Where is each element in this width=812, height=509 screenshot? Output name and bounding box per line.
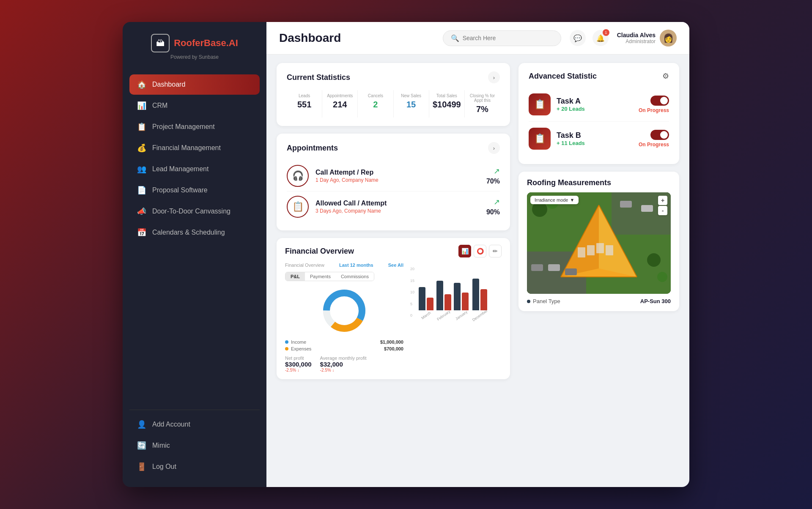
stats-row: Leads 551 Appointments 214 Cancels 2 N: [287, 90, 500, 118]
task-a-status: On Progress: [639, 107, 669, 113]
svg-rect-22: [548, 264, 560, 271]
task-a-info: Task A + 20 Leads: [557, 97, 633, 112]
sidebar-item-door-to-door[interactable]: 📣 Door-To-Door Canvassing: [129, 201, 260, 222]
user-info[interactable]: Claudia Alves Administrator 👩: [617, 30, 677, 47]
stat-value: 2: [359, 100, 391, 109]
task-a-leads: + 20 Leads: [557, 106, 633, 112]
current-statistics-card: Current Statistics › Leads 551 Appointme…: [277, 63, 510, 126]
tab-payments[interactable]: Payments: [305, 272, 336, 281]
sidebar-item-label: Proposal Software: [152, 186, 208, 194]
appt-percent: 70%: [486, 178, 500, 185]
sidebar-item-lead-management[interactable]: 👥 Lead Management: [129, 159, 260, 179]
sidebar-item-crm[interactable]: 📊 CRM: [129, 96, 260, 116]
crm-icon: 📊: [137, 101, 146, 110]
stat-appointments: Appointments 214: [322, 90, 358, 118]
financial-icon: 💰: [137, 143, 146, 153]
calendar-icon: 📅: [137, 228, 146, 237]
stat-value: $10499: [431, 100, 463, 109]
bar-red: [444, 294, 451, 310]
svg-rect-18: [587, 245, 595, 255]
financial-overview-card: Financial Overview 📊 ⭕ ✏ Financial Overv…: [277, 238, 510, 379]
panel-type-value: AP-Sun 300: [640, 298, 671, 304]
sidebar-item-mimic[interactable]: 🔄 Mimic: [129, 435, 260, 456]
sidebar-divider: [129, 410, 260, 410]
financial-inner: Financial Overview Last 12 months See Al…: [285, 263, 502, 372]
filter-icon[interactable]: ⚙: [662, 71, 669, 81]
header-right: 🔍 💬 🔔 1 Claudia Alves Administrator: [443, 30, 677, 47]
chart-y-axis: 20 15 10 5 0: [410, 263, 414, 322]
card-header: Appointments ›: [287, 142, 500, 154]
search-bar[interactable]: 🔍: [443, 30, 561, 46]
avg-monthly-metric: Average monthly profit $32,000 -2.5% ↓: [320, 356, 367, 372]
bar-label: December: [472, 309, 488, 322]
sidebar-item-logout[interactable]: 🚪 Log Out: [129, 457, 260, 477]
bar-label: February: [436, 309, 451, 322]
financial-title: Financial Overview: [285, 247, 354, 256]
tab-commissions[interactable]: Commissions: [336, 272, 374, 281]
sidebar-item-label: Lead Management: [152, 165, 208, 173]
irradiance-mode-button[interactable]: Irradiance mode ▼: [530, 196, 579, 204]
roofing-measurements-card: Roofing Measurements: [518, 172, 679, 311]
user-role: Administrator: [617, 38, 656, 44]
appointments-title: Appointments: [287, 144, 338, 153]
donut-chart: [319, 285, 370, 336]
search-icon: 🔍: [451, 34, 459, 42]
roof-map-background: [527, 192, 671, 294]
messages-button[interactable]: 💬: [570, 30, 586, 46]
sidebar-item-label: Project Management: [152, 123, 215, 131]
sidebar-item-add-account[interactable]: 👤 Add Account: [129, 414, 260, 435]
sidebar-item-calendars[interactable]: 📅 Calendars & Scheduling: [129, 222, 260, 243]
project-icon: 📋: [137, 122, 146, 131]
panel-info: Panel Type AP-Sun 300: [527, 298, 671, 304]
financial-controls: 📊 ⭕ ✏: [458, 245, 502, 257]
appointments-expand-button[interactable]: ›: [488, 142, 500, 154]
roofing-map: Irradiance mode ▼ + -: [527, 192, 671, 294]
stat-value: 15: [395, 100, 427, 109]
task-a-item: 📋 Task A + 20 Leads On Progress: [529, 88, 669, 122]
sidebar-item-project-management[interactable]: 📋 Project Management: [129, 117, 260, 137]
bar-chart: March February: [419, 263, 489, 322]
task-a-name: Task A: [557, 97, 633, 106]
y-label: 20: [410, 267, 414, 271]
avg-monthly-change: -2.5% ↓: [320, 368, 367, 372]
appt-info: Call Attempt / Rep 1 Day Ago, Company Na…: [315, 169, 480, 183]
sidebar: 🏔 RooferBase.AI Powered by Sunbase 🏠 Das…: [123, 22, 266, 487]
sidebar-item-proposal-software[interactable]: 📄 Proposal Software: [129, 180, 260, 200]
svg-rect-23: [565, 268, 577, 275]
chart-donut-button[interactable]: ⭕: [474, 245, 486, 257]
zoom-in-button[interactable]: +: [658, 196, 667, 205]
sidebar-item-dashboard[interactable]: 🏠 Dashboard: [129, 74, 260, 95]
svg-point-10: [657, 272, 667, 282]
task-b-toggle[interactable]: [650, 130, 669, 140]
logo-row: 🏔 RooferBase.AI: [151, 34, 238, 52]
sidebar-item-financial-management[interactable]: 💰 Financial Management: [129, 138, 260, 158]
bar-label: March: [420, 311, 431, 320]
search-input[interactable]: [463, 35, 553, 41]
tab-pl[interactable]: P&L: [285, 272, 305, 281]
see-all-button[interactable]: See All: [388, 263, 403, 268]
stats-title: Current Statistics: [287, 73, 350, 82]
stat-new-sales: New Sales 15: [394, 90, 429, 118]
user-name: Claudia Alves: [617, 32, 656, 38]
left-column: Current Statistics › Leads 551 Appointme…: [277, 63, 510, 479]
financial-tabs: P&L Payments Commissions: [285, 272, 374, 281]
task-a-toggle[interactable]: [650, 96, 669, 106]
task-b-status: On Progress: [639, 142, 669, 148]
chart-edit-button[interactable]: ✏: [489, 245, 502, 257]
svg-rect-25: [641, 205, 653, 212]
stats-expand-button[interactable]: ›: [488, 71, 500, 83]
notifications-button[interactable]: 🔔 1: [593, 30, 609, 46]
sidebar-logo: 🏔 RooferBase.AI Powered by Sunbase: [123, 22, 266, 70]
chart-bar-button[interactable]: 📊: [458, 245, 471, 257]
bar-group-december: December: [471, 279, 489, 317]
stat-value: 214: [324, 100, 356, 109]
advanced-statistics-card: Advanced Statistic ⚙ 📋 Task A + 20 Leads…: [518, 63, 679, 164]
task-b-name: Task B: [557, 131, 633, 140]
zoom-out-button[interactable]: -: [658, 206, 667, 215]
donut-svg: [319, 285, 370, 336]
stat-label: Cancels: [359, 93, 391, 98]
mimic-icon: 🔄: [137, 441, 146, 450]
sidebar-item-label: Door-To-Door Canvassing: [152, 208, 230, 215]
stat-closing-pct: Closing % for Appt this 7%: [465, 90, 500, 118]
appt-name: Allowed Call / Attempt: [315, 200, 480, 207]
